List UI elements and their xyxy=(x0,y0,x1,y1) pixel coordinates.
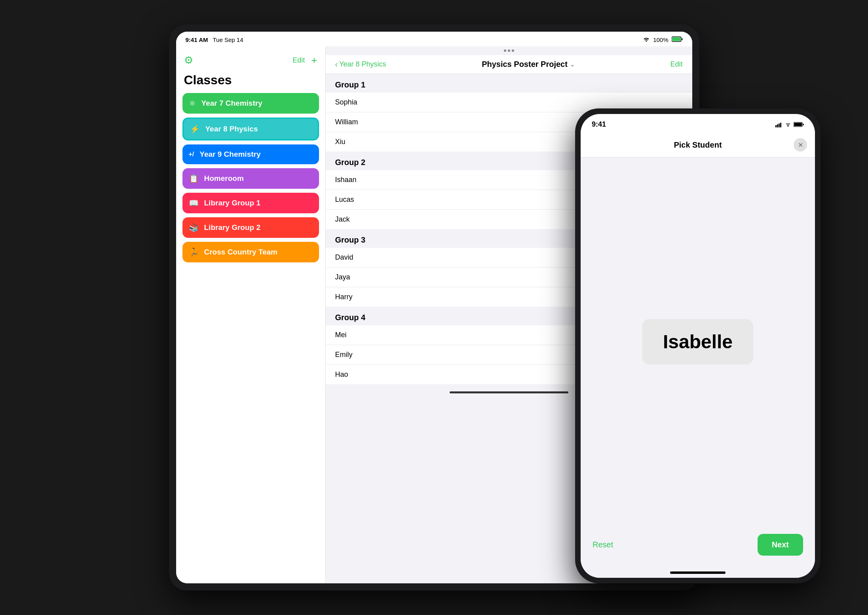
formula-icon: +/ xyxy=(189,151,194,158)
ipad-date: Tue Sep 14 xyxy=(213,36,243,43)
three-dots xyxy=(326,46,692,55)
clipboard-icon: 📋 xyxy=(189,174,199,183)
back-label: Year 8 Physics xyxy=(339,60,386,68)
sidebar-item-homeroom[interactable]: 📋 Homeroom xyxy=(182,168,319,189)
sidebar: ⚙ Edit + Classes ⚛ Year 7 Chemistry ⚡ Y xyxy=(176,46,326,583)
main-nav: ‹ Year 8 Physics Physics Poster Project … xyxy=(326,55,692,74)
sidebar-item-label: Year 7 Chemistry xyxy=(201,99,262,108)
wifi-icon xyxy=(785,122,791,127)
sidebar-item-library2[interactable]: 📚 Library Group 2 xyxy=(182,217,319,238)
svg-rect-4 xyxy=(779,123,780,127)
student-name-card: Isabelle xyxy=(581,158,815,526)
battery-icon xyxy=(672,36,683,43)
sidebar-header: ⚙ Edit + xyxy=(182,54,319,66)
svg-rect-1 xyxy=(672,38,680,41)
sidebar-item-label: Library Group 1 xyxy=(204,199,261,207)
student-name-box: Isabelle xyxy=(642,319,753,364)
page-title: Physics Poster Project ⌄ xyxy=(482,60,575,69)
ipad-status-bar: 9:41 AM Tue Sep 14 100% xyxy=(176,32,692,46)
lightning-icon: ⚡ xyxy=(190,124,200,134)
sidebar-item-label: Library Group 2 xyxy=(204,223,261,232)
back-button[interactable]: ‹ Year 8 Physics xyxy=(335,60,386,69)
iphone-device: 9:41 xyxy=(575,108,821,583)
modal-actions: Reset Next xyxy=(581,526,815,571)
svg-rect-2 xyxy=(775,125,777,127)
sidebar-item-crosscountry[interactable]: 🏃 Cross Country Team xyxy=(182,242,319,262)
sidebar-item-library1[interactable]: 📖 Library Group 1 xyxy=(182,193,319,213)
sidebar-item-year8phys[interactable]: ⚡ Year 8 Physics xyxy=(182,118,319,140)
wifi-icon xyxy=(643,36,650,43)
iphone-screen: 9:41 xyxy=(581,114,815,578)
scroll-indicator xyxy=(450,391,568,393)
main-edit-button[interactable]: Edit xyxy=(670,60,682,68)
group-header: Group 1 xyxy=(326,74,692,93)
sidebar-item-year9chem[interactable]: +/ Year 9 Chemistry xyxy=(182,144,319,164)
iphone-status-bar: 9:41 xyxy=(581,114,815,131)
modal-header: Pick Student ✕ xyxy=(581,131,815,158)
iphone-status-icons xyxy=(775,122,804,127)
sidebar-item-label: Year 8 Physics xyxy=(205,125,258,133)
battery-icon xyxy=(794,122,804,127)
battery-percentage: 100% xyxy=(653,36,668,43)
chevron-down-icon[interactable]: ⌄ xyxy=(570,61,575,68)
svg-rect-3 xyxy=(777,124,778,127)
svg-rect-7 xyxy=(794,123,802,126)
signal-icon xyxy=(775,122,783,127)
iphone-time: 9:41 xyxy=(592,120,606,129)
reset-button[interactable]: Reset xyxy=(593,540,613,549)
sidebar-item-label: Year 9 Chemistry xyxy=(199,150,260,159)
modal-close-button[interactable]: ✕ xyxy=(794,138,807,152)
atom-icon: ⚛ xyxy=(189,99,196,108)
sidebar-item-label: Homeroom xyxy=(204,174,244,183)
ipad-time: 9:41 AM xyxy=(186,36,208,43)
sidebar-title: Classes xyxy=(182,73,319,87)
edit-button[interactable]: Edit xyxy=(292,54,305,66)
pick-student-modal: Pick Student ✕ Isabelle Reset Next xyxy=(581,131,815,578)
chevron-left-icon: ‹ xyxy=(335,60,338,69)
next-button[interactable]: Next xyxy=(758,534,803,556)
svg-rect-5 xyxy=(780,123,781,127)
add-button[interactable]: + xyxy=(311,54,317,66)
student-name: Isabelle xyxy=(663,331,733,352)
sidebar-item-label: Cross Country Team xyxy=(204,248,277,256)
modal-title: Pick Student xyxy=(602,140,794,150)
sidebar-item-year7chem[interactable]: ⚛ Year 7 Chemistry xyxy=(182,93,319,114)
gear-icon[interactable]: ⚙ xyxy=(184,54,193,66)
book-open-icon: 📖 xyxy=(189,198,199,208)
home-indicator xyxy=(670,571,726,574)
runner-icon: 🏃 xyxy=(189,247,199,257)
books-icon: 📚 xyxy=(189,223,199,232)
